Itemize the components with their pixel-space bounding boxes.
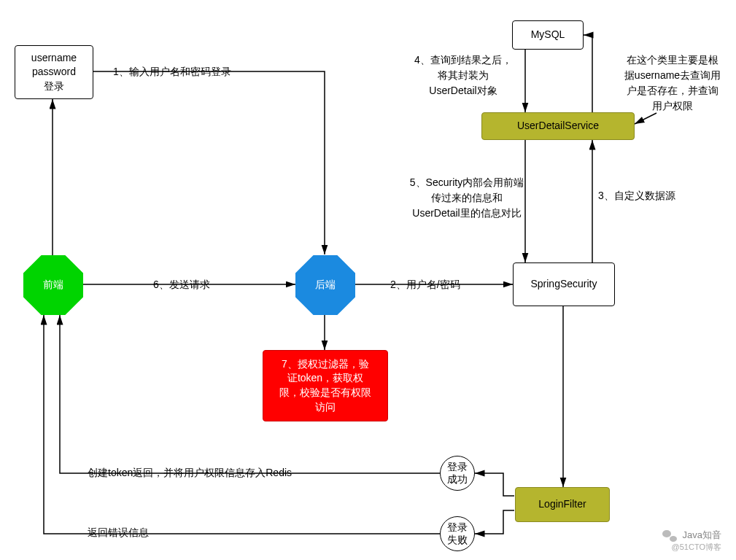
node-frontend-label: 前端	[43, 279, 63, 292]
edge-label-4: 4、查询到结果之后， 将其封装为 UserDetail对象	[401, 52, 525, 98]
node-auth-filter: 7、授权过滤器，验 证token，获取权 限，校验是否有权限 访问	[263, 350, 388, 421]
watermark-text-2: @51CTO博客	[662, 542, 721, 553]
edge-label-1: 1、输入用户名和密码登录	[113, 64, 231, 79]
note-user-detail-service: 在这个类里主要是根 据username去查询用 户是否存在，并查询 用户权限	[617, 52, 728, 114]
edge-label-5: 5、Security内部会用前端 传过来的信息和 UserDetail里的信息对…	[398, 175, 536, 221]
node-login-fail: 登录 失败	[440, 516, 475, 551]
node-frontend: 前端	[23, 255, 83, 315]
node-backend: 后端	[295, 255, 355, 315]
node-login-success: 登录 成功	[440, 456, 475, 491]
node-spring-security: SpringSecurity	[513, 262, 615, 306]
watermark: Java知音 @51CTO博客	[662, 529, 721, 553]
watermark-text-1: Java知音	[683, 529, 721, 540]
edge-label-6: 6、发送请求	[153, 277, 210, 292]
edge-label-token-redis: 创建token返回，并将用户权限信息存入Redis	[88, 465, 292, 481]
diagram-canvas: username password 登录 前端 后端 MySQL UserDet…	[0, 0, 736, 560]
node-user-detail-service: UserDetailService	[481, 112, 635, 140]
edge-label-3: 3、自定义数据源	[598, 188, 675, 203]
wechat-icon	[662, 530, 677, 542]
node-login-box: username password 登录	[15, 45, 93, 99]
node-login-filter: LoginFilter	[515, 487, 610, 522]
edge-label-return-error: 返回错误信息	[88, 525, 149, 540]
node-backend-label: 后端	[315, 279, 336, 292]
watermark-line1: Java知音	[662, 529, 721, 542]
node-mysql: MySQL	[512, 20, 584, 50]
edge-label-2: 2、用户名/密码	[390, 277, 460, 292]
